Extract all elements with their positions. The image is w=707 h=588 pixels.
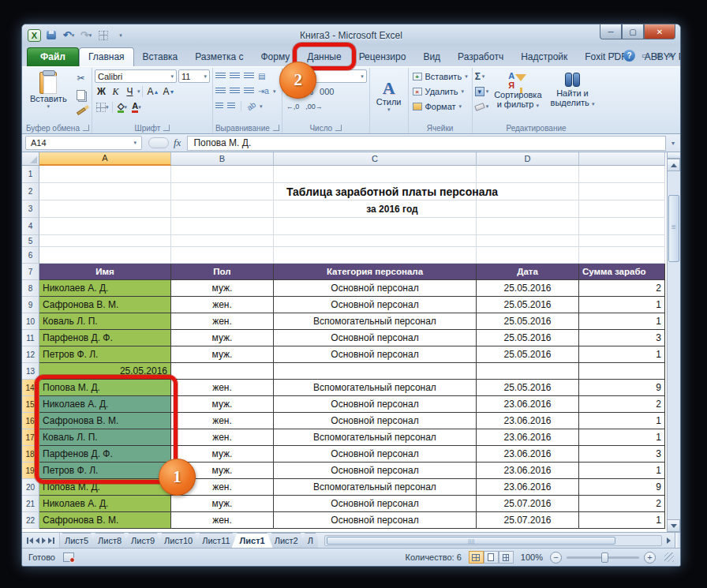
cell-r2c2[interactable] [274, 183, 477, 200]
cell-r5c4[interactable] [579, 235, 665, 247]
increase-decimal-button[interactable]: ←,0 [286, 103, 300, 110]
vertical-scrollbar[interactable] [667, 152, 680, 532]
paste-button[interactable]: Вставить ▾ [26, 69, 71, 112]
cell-B10[interactable]: жен. [171, 313, 274, 330]
row-header-13[interactable]: 13 [22, 363, 39, 380]
cell-A20[interactable]: Попова М. Д. [39, 479, 171, 496]
cell-A14[interactable]: Попова М. Д. [39, 380, 171, 396]
tab-Рецензиро[interactable]: Рецензиро [350, 48, 415, 66]
tab-Вставка[interactable]: Вставка [134, 48, 187, 66]
shrink-font-button[interactable]: А▼ [161, 85, 176, 99]
cell-C16[interactable]: Основной персонал [274, 413, 477, 429]
cell-B8[interactable]: муж. [171, 280, 274, 297]
tab-Форму[interactable]: Форму [252, 48, 298, 66]
horizontal-scroll-thumb[interactable] [327, 537, 615, 545]
cell-r4c1[interactable] [171, 218, 274, 235]
cell-E11[interactable]: 3 [579, 330, 665, 346]
cell-A17[interactable]: Коваль Л. П. [39, 429, 171, 446]
cell-C8[interactable]: Основной персонал [274, 280, 477, 297]
workbook-minimize-icon[interactable]: ▭ [642, 51, 649, 60]
column-header-C[interactable]: C [274, 152, 477, 166]
cell-B15[interactable]: муж. [171, 396, 274, 413]
cell-D11[interactable]: 25.05.2016 [477, 330, 579, 346]
cell-C9[interactable]: Основной персонал [274, 297, 477, 313]
cell-r2c1[interactable] [171, 183, 274, 200]
tab-Главная[interactable]: Главная [79, 47, 134, 66]
cell-D9[interactable]: 25.05.2016 [477, 297, 579, 313]
number-format-select[interactable]: Общий▾ [285, 69, 367, 83]
cell-E10[interactable]: 1 [579, 313, 665, 330]
styles-button[interactable]: А Стили ▾ [372, 77, 406, 115]
cell-D20[interactable]: 23.06.2016 [477, 479, 579, 496]
cell-E12[interactable]: 1 [579, 346, 665, 363]
cell-r1c1[interactable] [171, 166, 274, 183]
cell-A22[interactable]: Сафронова В. М. [39, 512, 171, 529]
expand-formula-bar-icon[interactable]: ▾ [669, 140, 677, 147]
cell-E22[interactable]: 1 [579, 512, 665, 529]
cell-A19[interactable]: Петров Ф. Л. [39, 463, 171, 479]
cell-r2c3[interactable] [477, 183, 579, 200]
row-header-18[interactable]: 18 [22, 446, 39, 463]
insert-function-button[interactable]: fx [174, 137, 181, 149]
format-painter-button[interactable] [73, 104, 89, 118]
zoom-level[interactable]: 100% [521, 552, 543, 562]
copy-button[interactable] [73, 88, 89, 102]
row-header-7[interactable]: 7 [22, 264, 39, 280]
cell-B21[interactable]: муж. [171, 496, 274, 512]
row-header-3[interactable]: 3 [22, 200, 39, 218]
next-sheet-button[interactable] [42, 537, 46, 544]
cell-D16[interactable]: 23.06.2016 [477, 413, 579, 429]
decrease-decimal-button[interactable]: ,00→ [305, 103, 323, 110]
table-header-Дата[interactable]: Дата [477, 264, 579, 280]
format-cells-button[interactable]: Формат▾ [411, 99, 469, 114]
scroll-right-button[interactable] [662, 535, 675, 546]
page-layout-view-button[interactable] [484, 551, 499, 564]
select-all-corner[interactable] [22, 152, 39, 166]
align-bottom-icon[interactable] [244, 73, 254, 80]
cell-E20[interactable]: 9 [579, 479, 665, 496]
zoom-in-button[interactable]: + [644, 552, 656, 564]
font-dialog-launcher[interactable] [163, 125, 170, 131]
cell-A10[interactable]: Коваль Л. П. [39, 313, 171, 330]
column-header-D[interactable]: D [477, 152, 579, 166]
grow-font-button[interactable]: А▲ [145, 85, 160, 99]
cell-A21[interactable]: Николаев А. Д. [39, 496, 171, 512]
align-top-icon[interactable] [215, 73, 226, 80]
table-header-Имя[interactable]: Имя [39, 264, 171, 280]
align-center-icon[interactable] [230, 88, 240, 95]
row-header-11[interactable]: 11 [22, 330, 39, 346]
cell-D10[interactable]: 25.05.2016 [477, 313, 579, 330]
cell-C17[interactable]: Вспомогательный персонал [274, 429, 477, 446]
restore-button[interactable]: ▢ [622, 24, 644, 39]
horizontal-split-handle[interactable] [675, 533, 680, 548]
underline-button[interactable]: Ч [123, 85, 137, 99]
cell-D12[interactable]: 25.05.2016 [477, 346, 579, 363]
align-left-icon[interactable] [215, 88, 226, 95]
row-header-22[interactable]: 22 [22, 512, 39, 529]
cell-C20[interactable]: Вспомогательный персонал [274, 479, 477, 496]
cell-C10[interactable]: Вспомогательный персонал [274, 313, 477, 330]
cell-C15[interactable]: Основной персонал [274, 396, 477, 413]
cell-r3c2[interactable] [274, 200, 477, 218]
tab-Вид[interactable]: Вид [414, 48, 449, 66]
row-header-19[interactable]: 19 [22, 463, 39, 479]
font-color-button[interactable]: А▾ [129, 101, 143, 114]
row-header-6[interactable]: 6 [22, 247, 39, 264]
cell-r5c1[interactable] [171, 235, 274, 247]
autosum-button[interactable]: Σ▾ [475, 69, 489, 84]
cell-r6c1[interactable] [171, 247, 274, 264]
cell-E8[interactable]: 2 [579, 280, 665, 297]
cell-r4c2[interactable] [274, 218, 477, 235]
fill-button[interactable]: ▼▾ [475, 84, 489, 99]
scroll-up-button[interactable] [668, 159, 680, 171]
zoom-out-button[interactable]: − [550, 552, 562, 564]
clear-button[interactable]: ▾ [475, 99, 489, 114]
column-header-B[interactable]: B [171, 152, 274, 166]
cell-A9[interactable]: Сафронова В. М. [39, 297, 171, 313]
macro-record-icon[interactable] [63, 552, 74, 562]
cell-C21[interactable]: Основной персонал [274, 496, 477, 512]
close-button[interactable]: ✕ [644, 24, 675, 39]
cell-E21[interactable]: 2 [579, 496, 665, 512]
cell-A12[interactable]: Петров Ф. Л. [39, 346, 171, 363]
orientation-icon[interactable]: ab [245, 100, 257, 112]
